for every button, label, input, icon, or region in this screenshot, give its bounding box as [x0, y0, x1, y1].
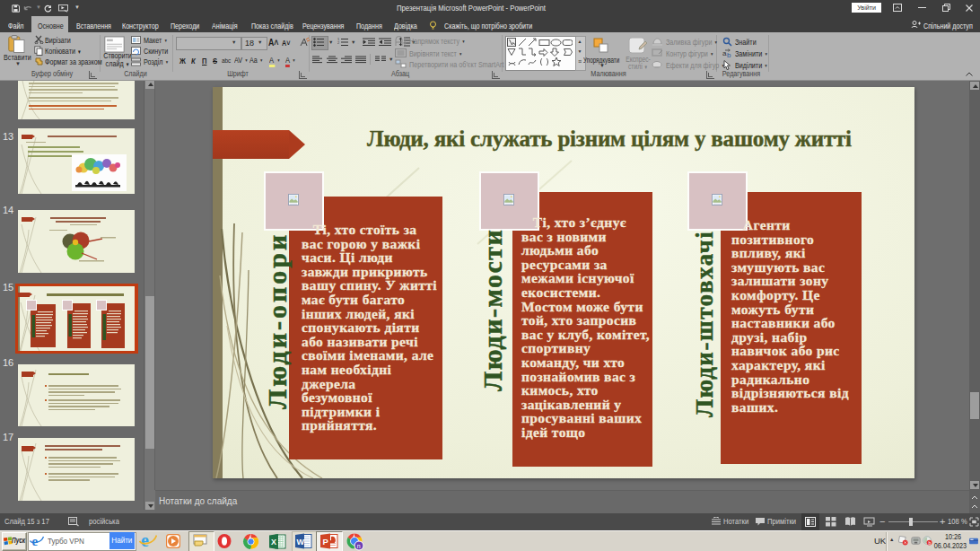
svg-text:b: b — [727, 51, 731, 58]
svg-text:W: W — [297, 538, 305, 547]
svg-text:P: P — [323, 537, 329, 547]
svg-text:X: X — [271, 538, 276, 547]
svg-text:e: e — [141, 531, 149, 550]
svg-text:2: 2 — [337, 40, 340, 45]
svg-text:e: e — [32, 534, 39, 548]
svg-text:n: n — [357, 543, 361, 549]
